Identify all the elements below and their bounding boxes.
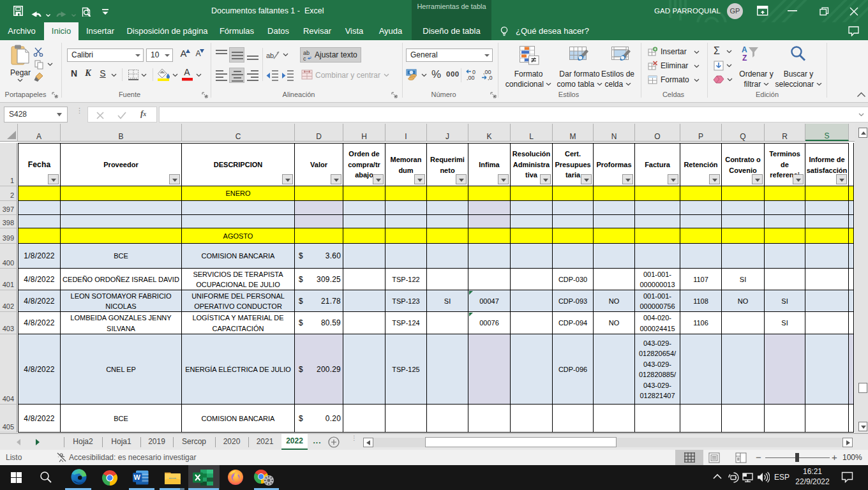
svg-text:ab: ab bbox=[266, 52, 274, 59]
svg-text:W: W bbox=[134, 473, 141, 481]
svg-text:Z: Z bbox=[742, 54, 747, 62]
svg-text:A: A bbox=[742, 45, 747, 54]
svg-text:,0: ,0 bbox=[488, 75, 493, 80]
svg-text:c: c bbox=[303, 56, 306, 61]
svg-text:,00: ,00 bbox=[467, 75, 475, 80]
